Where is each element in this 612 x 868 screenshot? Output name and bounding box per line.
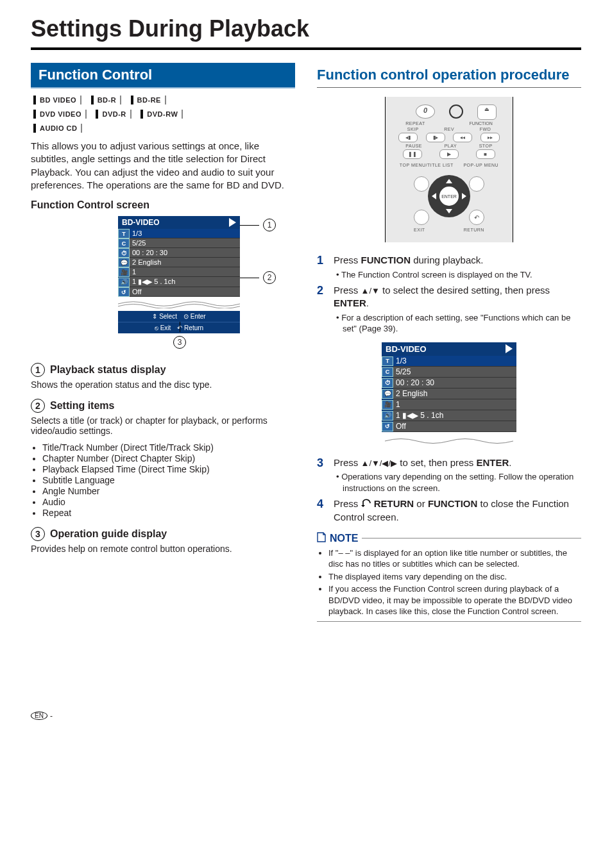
- return-label: RETURN: [464, 228, 484, 232]
- item-2-heading: 2 Setting items: [31, 399, 295, 413]
- remote-rev-button: ◂◂: [453, 133, 472, 142]
- remote-zero-button: 0: [416, 104, 435, 119]
- procedure-heading: Function control operation procedure: [317, 67, 581, 83]
- popup-label: POP-UP MENU: [463, 163, 498, 167]
- rev-label: REV: [444, 127, 454, 131]
- step-bold: ENTER: [334, 297, 366, 308]
- disc-badge-row-2: DVD VIDEO DVD-R DVD-RW: [33, 108, 295, 119]
- note-item: If "– –" is displayed for an option like…: [328, 547, 581, 570]
- step-text: Press: [334, 255, 361, 265]
- remote-down-arrow: [446, 209, 452, 213]
- item-1-text: Shows the operation status and the disc …: [31, 380, 295, 390]
- remote-popup-button: [469, 176, 484, 192]
- fcs-title-value: 1/3: [130, 229, 240, 238]
- step-bold: FUNCTION: [361, 255, 411, 265]
- fcs-header-label: BD-VIDEO: [122, 218, 160, 227]
- item-3-title: Operation guide display: [50, 528, 167, 540]
- remote-pause-button: ❚❚: [403, 149, 422, 159]
- repeat-icon: ↺: [118, 287, 130, 297]
- step-text: or: [414, 498, 428, 509]
- callout-1: 1: [240, 219, 276, 231]
- note-end-rule: [317, 621, 581, 622]
- step-4: 4 Press RETURN or FUNCTION to close the …: [317, 497, 581, 524]
- remote-control-diagram: 0 ⏏ REPEATFUNCTION SKIP REV FWD ◂▮ ▮▸ ◂◂…: [385, 97, 513, 242]
- procedure-steps-cont: 3 Press ▲/▼/◀/▶ to set, then press ENTER…: [317, 456, 581, 524]
- title-icon: T: [382, 356, 393, 366]
- fcs2-title-value: 1/3: [393, 356, 516, 367]
- step-number: 3: [317, 456, 327, 494]
- fcs-angle-value: 1: [130, 267, 240, 277]
- chapter-icon: C: [382, 367, 393, 377]
- step-text: Press: [334, 457, 361, 468]
- repeat-label: REPEAT: [405, 121, 425, 126]
- callout-3-num: 3: [173, 336, 186, 349]
- remote-exit-button: [414, 210, 429, 225]
- step-number: 2: [317, 284, 327, 335]
- fcs2-time-value: 00 : 20 : 30: [393, 378, 516, 388]
- remote-eject-button: ⏏: [477, 104, 497, 120]
- remote-top-menu-button: [414, 176, 429, 192]
- disc-badge-row-1: BD VIDEO BD-R BD-RE: [33, 94, 295, 105]
- up-down-arrows-icon: ▲/▼: [361, 286, 380, 296]
- remote-enter-button: ENTER: [439, 187, 459, 206]
- title-icon: T: [118, 229, 130, 238]
- remote-nav-pad: ENTER ↶: [414, 170, 484, 225]
- list-item: Playback Elapsed Time (Direct Time Skip): [42, 464, 295, 474]
- step-text: .: [509, 457, 511, 468]
- note-icon: [317, 532, 326, 545]
- audio-icon: 🔊: [382, 411, 393, 421]
- item-3-heading: 3 Operation guide display: [31, 527, 295, 541]
- step-text: during playback.: [411, 255, 483, 265]
- play-label: PLAY: [445, 144, 457, 148]
- circle-num-3: 3: [31, 527, 45, 541]
- badge-bd-video: BD VIDEO: [33, 96, 81, 104]
- return-icon: [361, 498, 371, 511]
- step-sub: Operations vary depending on the setting…: [343, 471, 581, 494]
- badge-dvd-rw: DVD-RW: [140, 110, 183, 119]
- procedure-rule: [317, 87, 581, 88]
- step-number: 4: [317, 497, 327, 524]
- item-1-title: Playback status display: [50, 364, 166, 376]
- exit-label: EXIT: [414, 228, 425, 232]
- wave-divider: [118, 297, 240, 311]
- angle-icon: 🎥: [382, 400, 393, 410]
- fcs-heading: Function Control screen: [31, 199, 295, 211]
- badge-dvd-r: DVD-R: [96, 110, 131, 119]
- fcs-diagram-repeat: BD-VIDEO T1/3 C5/25 ⏱00 : 20 : 30 💬2 Eng…: [317, 340, 581, 449]
- circle-num-2: 2: [31, 399, 45, 413]
- remote-play-button: ▶: [439, 149, 459, 159]
- badge-bd-re: BD-RE: [131, 96, 166, 104]
- step-text: .: [366, 297, 369, 308]
- fcs2-subtitle-value: 2 English: [393, 388, 516, 399]
- subtitle-icon: 💬: [118, 258, 130, 267]
- step-text: to set, then press: [397, 457, 476, 468]
- page-title: Settings During Playback: [31, 15, 581, 42]
- step-2: 2 Press ▲/▼ to select the desired settin…: [317, 284, 581, 335]
- note-list: If "– –" is displayed for an option like…: [328, 547, 581, 617]
- chapter-icon: C: [118, 238, 130, 248]
- stop-label: STOP: [479, 144, 493, 148]
- callout-3: 3: [173, 322, 186, 349]
- fcs2-repeat-value: Off: [393, 421, 516, 432]
- subtitle-icon: 💬: [382, 389, 393, 399]
- heading-rule: [31, 47, 581, 50]
- remote-right-arrow: [462, 193, 466, 199]
- function-label: FUNCTION: [470, 121, 493, 126]
- right-column: Function control operation procedure 0 ⏏…: [317, 63, 581, 622]
- list-item: Chapter Number (Direct Chapter Skip): [42, 453, 295, 463]
- repeat-icon: ↺: [382, 422, 393, 431]
- four-way-arrows-icon: ▲/▼/◀/▶: [361, 458, 398, 468]
- intro-paragraph: This allows you to adjust various settin…: [31, 140, 295, 192]
- fwd-label: FWD: [480, 127, 491, 131]
- note-item: The displayed items vary depending on th…: [328, 571, 581, 583]
- item-3-text: Provides help on remote control button o…: [31, 544, 295, 554]
- fcs2-angle-value: 1: [393, 399, 516, 410]
- badge-dvd-video: DVD VIDEO: [33, 110, 87, 119]
- step-text: Press: [334, 498, 361, 509]
- fcs-chapter-value: 5/25: [130, 238, 240, 248]
- badge-audio-cd: AUDIO CD: [33, 124, 82, 133]
- fcs-operation-guide: ⇕ Select ⊙ Enter: [118, 311, 240, 322]
- list-item: Audio: [42, 497, 295, 507]
- top-menu-label: TOP MENU/TITLE LIST: [400, 163, 454, 167]
- item-1-heading: 1 Playback status display: [31, 363, 295, 377]
